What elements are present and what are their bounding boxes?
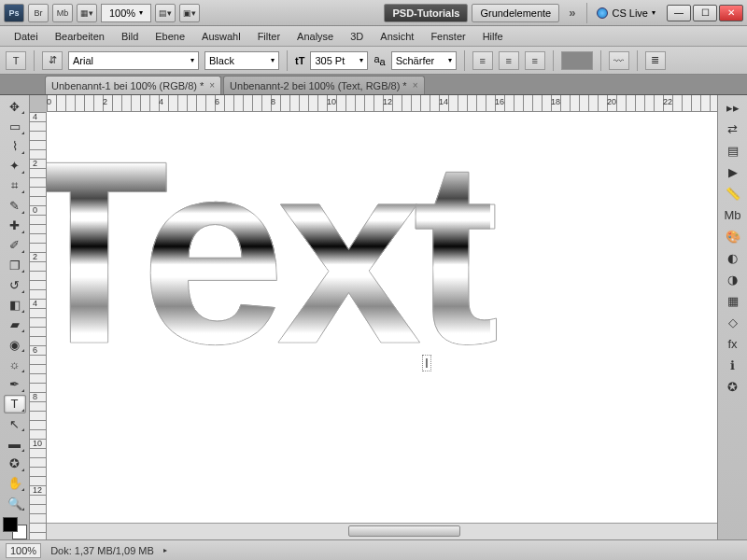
antialias-value: Schärfer: [396, 55, 435, 66]
text-color-swatch[interactable]: [561, 51, 593, 70]
bridge-icon[interactable]: Br: [28, 4, 49, 22]
menu-bearbeiten[interactable]: Bearbeiten: [47, 28, 113, 45]
menu-datei[interactable]: Datei: [6, 28, 47, 45]
ruler-tick: 10: [33, 439, 42, 448]
panel-3d-icon[interactable]: ✪: [722, 376, 744, 397]
panel-palette-icon[interactable]: 🎨: [722, 226, 744, 246]
character-panel-icon[interactable]: ≣: [645, 51, 666, 70]
tool-heal[interactable]: ✚: [4, 217, 26, 235]
panel-channels-icon[interactable]: ▦: [722, 290, 744, 311]
ruler-tick: 16: [495, 97, 504, 106]
panel-layers-icon[interactable]: ▤: [722, 140, 744, 161]
workspace-grundelemente[interactable]: Grundelemente: [472, 4, 559, 22]
tool-move[interactable]: ✥: [4, 97, 26, 116]
panel-ruler-icon[interactable]: 📏: [722, 183, 744, 203]
document-tab[interactable]: Unbenannt-2 bei 100% (Text, RGB/8) *×: [223, 76, 424, 94]
warp-text-icon[interactable]: 〰: [609, 51, 629, 70]
panel-info-icon[interactable]: ℹ: [722, 355, 744, 375]
ruler-tick: 2: [103, 97, 107, 106]
tool-zoom[interactable]: 🔍: [4, 494, 26, 512]
tool-3d[interactable]: ✪: [4, 455, 26, 473]
antialias-dropdown[interactable]: Schärfer▾: [391, 51, 457, 70]
font-family-dropdown[interactable]: Arial▾: [68, 51, 199, 70]
menu-auswahl[interactable]: Auswahl: [193, 28, 249, 45]
menu-ansicht[interactable]: Ansicht: [372, 28, 422, 45]
foreground-swatch[interactable]: [3, 517, 18, 532]
menu-ebene[interactable]: Ebene: [147, 28, 193, 45]
ruler-tick: 4: [159, 97, 163, 106]
view-extras-icon[interactable]: ▦▾: [77, 4, 97, 22]
cs-live-button[interactable]: CS Live ▾: [593, 7, 659, 19]
menu-fenster[interactable]: Fenster: [422, 28, 473, 45]
tool-eraser[interactable]: ◧: [4, 296, 26, 315]
font-style-dropdown[interactable]: Black▾: [204, 51, 279, 70]
window-maximize-button[interactable]: ☐: [693, 5, 717, 21]
text-orientation-icon[interactable]: ⇵: [42, 51, 63, 70]
panel-mb-icon[interactable]: Mb: [722, 204, 744, 225]
panel-styles-icon[interactable]: fx: [722, 333, 744, 354]
workspace-more-icon[interactable]: »: [563, 6, 581, 20]
document-canvas[interactable]: Text I: [47, 112, 717, 523]
menu-bild[interactable]: Bild: [113, 28, 147, 45]
ruler-tick: 12: [33, 485, 42, 495]
menu-hilfe[interactable]: Hilfe: [474, 28, 512, 45]
document-tab[interactable]: Unbenannt-1 bei 100% (RGB/8) *×: [45, 76, 221, 94]
ruler-tick: 0: [33, 205, 37, 215]
window-close-button[interactable]: ✕: [719, 5, 743, 21]
expand-panels-icon[interactable]: ▸▸: [722, 97, 744, 118]
font-size-dropdown[interactable]: 305 Pt▾: [310, 51, 368, 70]
tool-lasso[interactable]: ⌇: [4, 137, 26, 156]
ruler-tick: 6: [33, 345, 37, 355]
panel-adjust-icon[interactable]: ◐: [722, 247, 744, 268]
status-zoom[interactable]: 100%: [6, 543, 41, 558]
scrollbar-thumb[interactable]: [348, 525, 460, 537]
font-size-value: 305 Pt: [315, 55, 345, 66]
antialias-icon: aa: [374, 53, 385, 67]
tool-brush[interactable]: ✐: [4, 236, 26, 255]
tool-type[interactable]: T: [4, 395, 26, 413]
tab-title: Unbenannt-2 bei 100% (Text, RGB/8) *: [230, 80, 407, 91]
align-center-icon[interactable]: ≡: [499, 51, 519, 70]
tool-blur[interactable]: ◉: [4, 335, 26, 354]
status-bar: 100% Dok: 1,37 MB/1,09 MB ▸: [0, 539, 747, 560]
tool-dodge[interactable]: ☼: [4, 355, 26, 373]
screenmode-icon[interactable]: ▣▾: [179, 4, 200, 22]
panel-paths-icon[interactable]: ◇: [722, 312, 744, 332]
panel-mask-icon[interactable]: ◑: [722, 269, 744, 289]
tool-eyedropper[interactable]: ✎: [4, 196, 26, 215]
tab-close-icon[interactable]: ×: [413, 80, 418, 91]
tool-crop[interactable]: ⌗: [4, 176, 26, 195]
panel-swap-icon[interactable]: ⇄: [722, 119, 744, 139]
tool-marquee[interactable]: ▭: [4, 117, 26, 135]
tool-preset-icon[interactable]: T: [6, 51, 26, 70]
application-bar: Ps Br Mb ▦▾ 100% ▤▾ ▣▾ PSD-Tutorials Gru…: [0, 0, 747, 26]
align-left-icon[interactable]: ≡: [472, 51, 493, 70]
arrange-icon[interactable]: ▤▾: [155, 4, 176, 22]
ps-logo-icon[interactable]: Ps: [4, 4, 24, 22]
tool-stamp[interactable]: ❐: [4, 256, 26, 274]
tab-title: Unbenannt-1 bei 100% (RGB/8) *: [51, 80, 204, 91]
panel-play-icon[interactable]: ▶: [722, 161, 744, 182]
canvas-area: 024681012141618202224 42024681012 Text I: [30, 95, 717, 539]
color-swatches[interactable]: [3, 517, 27, 539]
tool-hand[interactable]: ✋: [4, 474, 26, 493]
align-right-icon[interactable]: ≡: [525, 51, 545, 70]
menu-filter[interactable]: Filter: [249, 28, 289, 45]
tool-path[interactable]: ↖: [4, 414, 26, 433]
options-bar: T ⇵ Arial▾ Black▾ tT 305 Pt▾ aa Schärfer…: [0, 47, 747, 75]
status-doc-size[interactable]: Dok: 1,37 MB/1,09 MB: [50, 545, 154, 556]
minibridge-icon[interactable]: Mb: [52, 4, 73, 22]
ruler-tick: 6: [215, 97, 219, 106]
window-minimize-button[interactable]: ―: [667, 5, 691, 21]
tool-history[interactable]: ↺: [4, 275, 26, 294]
workspace-psd-tutorials[interactable]: PSD-Tutorials: [384, 4, 468, 22]
horizontal-scrollbar[interactable]: [47, 523, 717, 539]
zoom-level-dropdown[interactable]: 100%: [101, 4, 151, 22]
menu-analyse[interactable]: Analyse: [289, 28, 342, 45]
tool-wand[interactable]: ✦: [4, 157, 26, 175]
tool-pen[interactable]: ✒: [4, 375, 26, 394]
tool-shape[interactable]: ▬: [4, 434, 26, 453]
tool-gradient[interactable]: ▰: [4, 315, 26, 334]
menu-3d[interactable]: 3D: [342, 28, 372, 45]
tab-close-icon[interactable]: ×: [209, 80, 215, 91]
